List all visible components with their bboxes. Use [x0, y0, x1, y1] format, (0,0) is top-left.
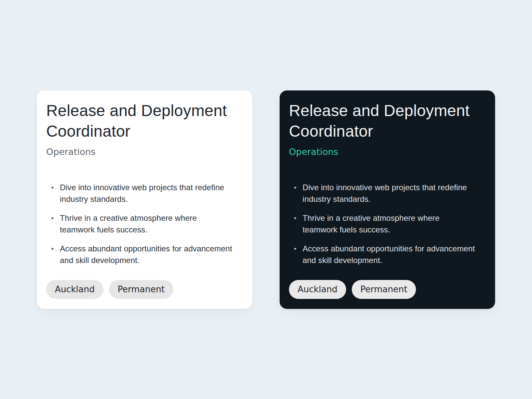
bullet-icon: • [51, 243, 54, 254]
job-highlight-item: • Thrive in a creative atmosphere where … [46, 212, 232, 235]
job-title: Release and Deployment Coordinator [46, 100, 243, 142]
job-highlight-text: Dive into innovative web projects that r… [303, 183, 467, 203]
tag-employment-type: Permanent [109, 280, 173, 299]
job-highlight-text: Thrive in a creative atmosphere where te… [60, 213, 197, 234]
job-highlight-item: • Access abundant opportunities for adva… [289, 243, 475, 266]
bullet-icon: • [294, 182, 296, 193]
tag-employment-type: Permanent [352, 280, 416, 299]
bullet-icon: • [51, 212, 54, 224]
tag-row: Auckland Permanent [289, 280, 486, 299]
job-highlight-text: Dive into innovative web projects that r… [60, 183, 224, 203]
job-highlight-item: • Access abundant opportunities for adva… [46, 243, 232, 266]
job-highlight-item: • Dive into innovative web projects that… [289, 182, 475, 205]
bullet-icon: • [51, 182, 54, 193]
job-highlight-item: • Thrive in a creative atmosphere where … [289, 212, 475, 235]
job-department: Operations [46, 146, 243, 158]
tag-location: Auckland [289, 280, 346, 299]
bullet-icon: • [294, 243, 296, 254]
job-highlight-item: • Dive into innovative web projects that… [46, 182, 232, 205]
job-highlights-list: • Dive into innovative web projects that… [289, 182, 486, 266]
bullet-icon: • [294, 212, 296, 224]
tag-row: Auckland Permanent [46, 280, 243, 299]
job-highlight-text: Access abundant opportunities for advanc… [303, 244, 475, 265]
job-highlights-list: • Dive into innovative web projects that… [46, 182, 243, 266]
job-title: Release and Deployment Coordinator [289, 100, 486, 142]
job-department: Operations [289, 146, 486, 158]
job-card-dark[interactable]: Release and Deployment Coordinator Opera… [280, 90, 495, 309]
job-highlight-text: Access abundant opportunities for advanc… [60, 244, 232, 265]
page-background: { "page": { "background_color": "#e9f0f5… [0, 0, 532, 399]
job-highlight-text: Thrive in a creative atmosphere where te… [303, 213, 440, 234]
tag-location: Auckland [46, 280, 103, 299]
job-card-light[interactable]: Release and Deployment Coordinator Opera… [37, 90, 252, 309]
